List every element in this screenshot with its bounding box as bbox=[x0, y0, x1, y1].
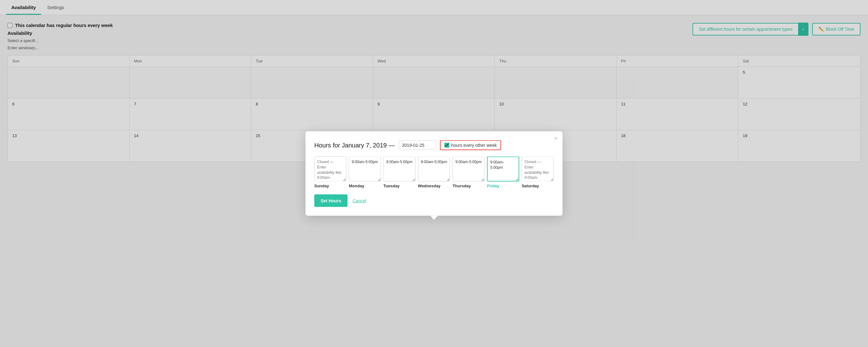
modal-close-button[interactable]: × bbox=[554, 135, 557, 142]
modal-title: Hours for January 7, 2019 — bbox=[314, 142, 395, 149]
day-col-friday: 9:00am-5:00pm Friday bbox=[487, 156, 519, 162]
day-col-monday: 9:00am-5:00pm Monday bbox=[349, 156, 381, 162]
hours-other-week-checkbox[interactable] bbox=[444, 143, 450, 148]
day-col-saturday: Saturday bbox=[522, 156, 554, 162]
modal-date-input[interactable] bbox=[399, 141, 436, 150]
day-col-tuesday: 9:00am-5:00pm Tuesday bbox=[383, 156, 415, 162]
day-col-thursday: 9:00am-5:00pm Thursday bbox=[453, 156, 485, 162]
monday-textarea[interactable]: 9:00am-5:00pm bbox=[349, 156, 381, 162]
hours-other-week-container: hours every other week bbox=[440, 140, 501, 150]
modal-header: Hours for January 7, 2019 — hours every … bbox=[314, 140, 554, 150]
friday-textarea[interactable]: 9:00am-5:00pm bbox=[487, 156, 519, 162]
sunday-textarea[interactable] bbox=[314, 156, 346, 162]
hours-modal: × Hours for January 7, 2019 — hours ever… bbox=[306, 132, 562, 162]
days-grid: Sunday 9:00am-5:00pm Monday 9:00am-5:00p… bbox=[314, 156, 554, 162]
hours-other-week-label: hours every other week bbox=[451, 143, 497, 148]
day-col-wednesday: 9:00am-5:00pm Wednesday bbox=[418, 156, 450, 162]
thursday-textarea[interactable]: 9:00am-5:00pm bbox=[453, 156, 485, 162]
tuesday-textarea[interactable]: 9:00am-5:00pm bbox=[383, 156, 415, 162]
saturday-textarea[interactable] bbox=[522, 156, 554, 162]
wednesday-textarea[interactable]: 9:00am-5:00pm bbox=[418, 156, 450, 162]
day-col-sunday: Sunday bbox=[314, 156, 346, 162]
